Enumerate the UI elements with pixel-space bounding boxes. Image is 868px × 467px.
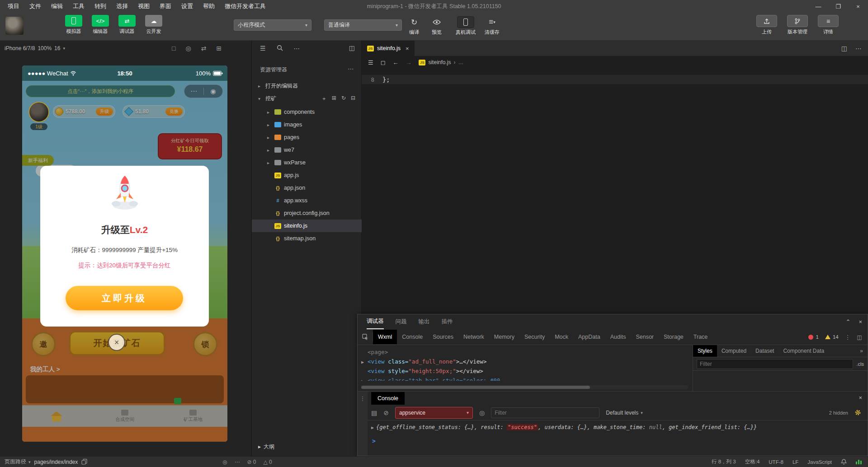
execution-context-dropdown[interactable]: appservice ▾ [395, 407, 473, 419]
devtools-tab-sensor[interactable]: Sensor [631, 330, 659, 344]
devtools-tab-sources[interactable]: Sources [428, 330, 458, 344]
tab-computed[interactable]: Computed [717, 345, 751, 357]
cls-toggle[interactable]: .cls [857, 361, 864, 367]
preview-button[interactable]: 预览 [432, 16, 442, 36]
eye-icon[interactable]: ◎ [222, 459, 227, 465]
log-levels-dropdown[interactable]: Default levels ▾ [606, 410, 643, 416]
multi-window-icon[interactable]: ⊞ [216, 45, 222, 52]
close-button[interactable]: × [848, 0, 868, 13]
outline-lines-icon[interactable]: ☰ [368, 59, 373, 66]
menu-lines-icon[interactable]: ☰ [260, 45, 266, 52]
eol-setting[interactable]: LF [793, 459, 798, 465]
simulator-toggle-button[interactable]: 模拟器 [62, 15, 85, 35]
tree-item-app-js[interactable]: JS app.js [252, 169, 362, 182]
devtools-tab-memory[interactable]: Memory [489, 330, 519, 344]
details-button[interactable]: ≡ 详情 [816, 15, 841, 35]
collapse-all-icon[interactable]: ⊟ [351, 95, 355, 103]
editor-toggle-button[interactable]: </> 编辑器 [89, 15, 112, 35]
tree-item-app-json[interactable]: {} app.json [252, 182, 362, 194]
project-root-section[interactable]: ▾ 挖矿 ＋ ⊞ ↻ ⊟ [252, 93, 362, 104]
horizontal-scrollbar[interactable] [361, 385, 688, 389]
eye-icon[interactable]: ◎ [479, 409, 485, 416]
debugger-toggle-button[interactable]: ⇄ 调试器 [116, 15, 138, 35]
tab-debugger[interactable]: 调试器 [367, 314, 384, 329]
back-arrow-icon[interactable]: ← [392, 59, 398, 66]
kebab-menu-icon[interactable]: ⋮ [845, 334, 851, 341]
tab-plugins[interactable]: 插件 [442, 314, 453, 329]
console-sidebar-icon[interactable]: ▤ [371, 409, 377, 416]
tab-output[interactable]: 输出 [419, 314, 430, 329]
device-frame-icon[interactable]: □ [172, 45, 175, 52]
console-settings-gear-icon[interactable] [854, 409, 861, 416]
error-counter[interactable]: ⊘ 0 [247, 459, 256, 465]
tab-styles[interactable]: Styles [693, 345, 717, 357]
menu-devtools[interactable]: 微信开发者工具 [221, 0, 270, 12]
menu-view[interactable]: 视图 [134, 0, 154, 12]
menu-file[interactable]: 文件 [25, 0, 45, 12]
compile-mode-dropdown[interactable]: 普通编译 ▾ [324, 19, 402, 31]
clear-cache-button[interactable]: ≡▾ 清缓存 [485, 16, 500, 36]
encoding[interactable]: UTF-8 [769, 459, 783, 465]
tree-item-siteinfo-js[interactable]: JS siteinfo.js [252, 219, 362, 232]
devtools-tab-storage[interactable]: Storage [659, 330, 689, 344]
inspect-element-icon[interactable] [358, 332, 373, 341]
more-icon[interactable]: ⋯ [855, 45, 862, 52]
collapse-icon[interactable]: ⌃ [846, 318, 851, 325]
close-icon[interactable]: × [859, 394, 862, 401]
tab-siteinfo-js[interactable]: JS siteinfo.js × [362, 41, 415, 56]
code-area[interactable]: 8 }; [362, 69, 868, 314]
explorer-more-icon[interactable]: ⋯ [348, 65, 354, 72]
warning-badge-icon[interactable] [825, 335, 830, 339]
modal-close-button[interactable]: × [108, 334, 125, 351]
tree-item-sitemap-json[interactable]: {} sitemap.json [252, 232, 362, 245]
error-badge-icon[interactable] [808, 335, 813, 340]
wxml-tree[interactable]: <page> ▶<view class="ad_full_none">…</vi… [358, 345, 693, 391]
split-editor-icon[interactable]: ◫ [349, 44, 355, 51]
more-icon[interactable]: ⋯ [294, 45, 300, 52]
expand-arrow-icon[interactable]: ▶ [371, 425, 374, 430]
devtools-tab-audits[interactable]: Audits [605, 330, 631, 344]
refresh-icon[interactable]: ↻ [341, 95, 346, 103]
forward-arrow-icon[interactable]: → [406, 59, 411, 66]
devtools-tab-network[interactable]: Network [458, 330, 489, 344]
upgrade-now-button[interactable]: 立即升级 [66, 286, 183, 310]
console-tab[interactable]: Console [371, 392, 405, 405]
menu-project[interactable]: 项目 [4, 0, 24, 12]
split-editor-icon[interactable]: ◫ [841, 45, 847, 52]
console-log-entry[interactable]: ▶{get_offline_stone_status: {…}, result:… [368, 424, 868, 430]
menu-settings[interactable]: 设置 [177, 0, 197, 12]
bell-icon[interactable] [841, 459, 847, 465]
clear-console-icon[interactable]: ⊘ [383, 409, 389, 416]
tree-item-images[interactable]: ▸ images [252, 118, 362, 131]
devtools-tab-wxml[interactable]: Wxml [373, 330, 397, 344]
record-icon[interactable]: ◎ [185, 45, 191, 52]
tree-item-app-wxss[interactable]: # app.wxss [252, 194, 362, 207]
indent-setting[interactable]: 空格:4 [745, 458, 760, 465]
close-icon[interactable]: × [859, 318, 862, 325]
warning-counter[interactable]: △ 0 [264, 459, 272, 465]
expand-arrow-icon[interactable]: ▶ [361, 358, 368, 367]
tab-problems[interactable]: 问题 [396, 314, 407, 329]
devtools-tab-trace[interactable]: Trace [689, 330, 713, 344]
tree-item-pages[interactable]: ▸ pages [252, 131, 362, 144]
page-path-dropdown[interactable]: 页面路径 ▾ [5, 458, 31, 466]
maximize-button[interactable]: ❐ [828, 0, 848, 13]
tab-component-data[interactable]: Component Data [778, 345, 829, 357]
devtools-tab-mock[interactable]: Mock [550, 330, 573, 344]
cloud-dev-button[interactable]: ☁ 云开发 [142, 15, 165, 35]
upload-button[interactable]: 上传 [754, 15, 779, 35]
dock-side-icon[interactable]: ◫ [857, 334, 862, 341]
new-folder-icon[interactable]: ⊞ [332, 95, 336, 103]
close-tab-icon[interactable]: × [406, 45, 409, 52]
more-icon[interactable]: ⋯ [234, 459, 240, 465]
menu-edit[interactable]: 编辑 [47, 0, 67, 12]
devtools-tab-security[interactable]: Security [519, 330, 550, 344]
breadcrumb[interactable]: JS siteinfo.js › … [419, 59, 463, 65]
remote-debug-button[interactable]: 真机调试 [456, 16, 476, 36]
mode-dropdown[interactable]: 小程序模式 ▾ [234, 19, 311, 31]
outline-section[interactable]: ▸ 大纲 [252, 441, 362, 453]
console-drag-handle[interactable]: ⋮ [358, 392, 368, 456]
tab-dataset[interactable]: Dataset [751, 345, 778, 357]
tree-item-wxparse[interactable]: ▸ wxParse [252, 156, 362, 169]
version-control-button[interactable]: 版本管理 [785, 15, 810, 35]
